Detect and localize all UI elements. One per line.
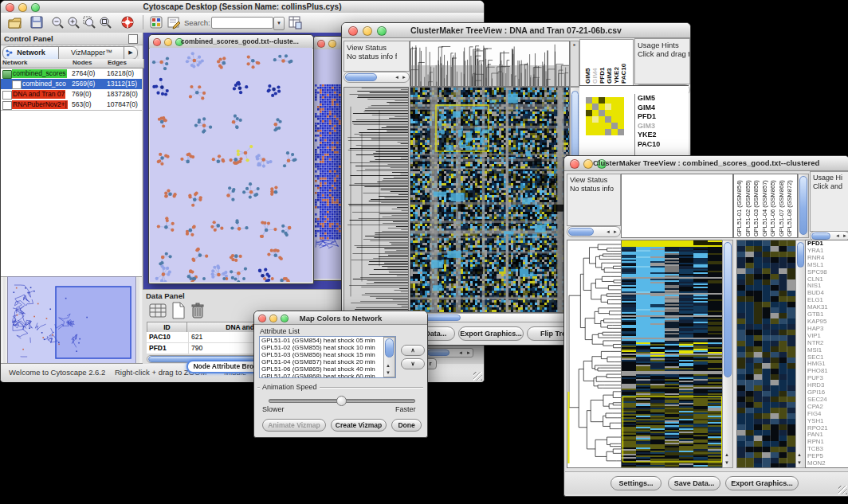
row-dendrogram-canvas[interactable] (567, 240, 622, 468)
matrix-col-label: PAC10 (621, 42, 628, 84)
resize-grip[interactable] (473, 372, 482, 381)
treeview-combined-title: ClusterMaker TreeView : combined_scores_… (593, 158, 846, 167)
array-col-label: GPL51-03 (GSM856) (753, 176, 760, 236)
view-status-panel: View Status No status info (567, 174, 621, 226)
move-down-button[interactable]: ∨ (401, 358, 425, 369)
close-button[interactable] (153, 38, 161, 46)
create-vizmap-button[interactable]: Create Vizmap (331, 419, 387, 432)
results-table-icon[interactable] (288, 15, 302, 33)
minimize-button[interactable] (164, 38, 172, 46)
matrix-row-label[interactable]: GIM5 (638, 94, 690, 104)
zoom-out-icon[interactable] (50, 15, 65, 33)
attribute-list[interactable]: GPL51-01 (GSM854) heat shock 05 minGPL51… (259, 336, 396, 378)
matrix-row-label[interactable]: GIM3 (638, 122, 690, 131)
export-graphics-button[interactable]: Export Graphics... (725, 476, 799, 490)
main-titlebar[interactable]: Cytoscape Desktop (Session Name: collins… (1, 1, 484, 14)
done-button[interactable]: Done (391, 419, 422, 432)
animation-speed-slider[interactable] (269, 399, 415, 403)
network-row[interactable]: DNA and Tran 07769(0)183728(0) (1, 89, 142, 100)
close-button[interactable] (570, 159, 579, 169)
network-canvas[interactable] (150, 48, 312, 282)
network-view-titlebar[interactable]: combined_scores_good.txt--cluste... (149, 35, 313, 49)
network-nodes: 563(0) (72, 100, 92, 109)
network-row[interactable]: combined_scores2764(0)16218(0) (1, 68, 142, 79)
dendrogram-splitter[interactable]: ▸ (570, 41, 579, 87)
heatmap-canvas[interactable] (410, 87, 570, 313)
animate-vizmap-button[interactable]: Animate Vizmap (262, 419, 326, 432)
background-network-window[interactable] (312, 36, 344, 281)
attribute-item[interactable]: GPL51-01 (GSM854) heat shock 05 min (260, 337, 395, 344)
treeview-combined-titlebar[interactable]: ClusterMaker TreeView : combined_scores_… (564, 156, 848, 171)
gene-label[interactable]: MON2 (806, 460, 848, 467)
new-attribute-icon[interactable] (171, 302, 186, 322)
export-graphics-button[interactable]: Export Graphics... (458, 326, 524, 341)
annotation-icon[interactable] (167, 15, 181, 33)
network-row[interactable]: RNAPuberNov2+|563(0)107847(0) (1, 100, 142, 110)
usage-hints-title: Usage Hints (638, 41, 679, 49)
save-icon[interactable] (29, 15, 44, 33)
desktop: Cytoscape Desktop (Session Name: collins… (0, 0, 848, 504)
matrix-row-label[interactable]: GIM4 (638, 104, 690, 113)
resize-grip[interactable] (838, 486, 847, 494)
float-panel-icon[interactable] (128, 34, 138, 44)
tab-network[interactable]: Network (2, 46, 60, 60)
network-nodes: 2764(0) (72, 69, 95, 78)
column-dendrogram-canvas[interactable] (410, 41, 570, 87)
column-header-edges[interactable]: Edges (106, 59, 144, 68)
open-folder-icon[interactable] (7, 15, 22, 33)
dialog-titlebar[interactable]: Map Colors to Network (254, 311, 427, 325)
delete-attribute-trash-icon[interactable] (190, 302, 205, 322)
minimize-button[interactable] (328, 40, 336, 48)
data-cell-value: 790 (191, 343, 202, 354)
network-overview-panel[interactable] (7, 276, 136, 364)
view-status-scrollbar[interactable]: ◄► (344, 72, 410, 83)
heatmap-vscrollbar[interactable]: ▲▼ (722, 240, 733, 468)
dialog-title: Map Colors to Network (254, 314, 427, 322)
tab-[interactable]: ▶ (124, 46, 138, 60)
column-dendrogram-panel[interactable] (621, 174, 733, 238)
gene-label-list: PFD1YRA1RNR4MSL1SPC98CLN1NIS1BUD4ELG1MAK… (805, 240, 848, 468)
row-dendrogram-canvas[interactable] (344, 87, 409, 313)
view-status-scrollbar[interactable]: ◄► (567, 226, 621, 237)
attribute-item[interactable]: GPL51-06 (GSM865) heat shock 40 min (260, 365, 395, 373)
zoom-selected-icon[interactable] (82, 15, 96, 33)
heatmap-canvas[interactable] (621, 240, 724, 468)
usage-hints-text: Click and drag tc (638, 49, 690, 58)
attribute-item[interactable]: GPL51-03 (GSM856) heat shock 15 min (260, 351, 395, 358)
settings-button[interactable]: Settings... (610, 476, 662, 490)
network-list-panel[interactable] (1, 110, 142, 277)
vizmap-grid-icon[interactable] (149, 15, 163, 33)
slider-thumb[interactable] (336, 396, 347, 406)
matrix-row-label[interactable]: YKE2 (638, 131, 690, 140)
help-lifering-icon[interactable] (120, 15, 135, 33)
save-data-button[interactable]: Save Data... (668, 476, 720, 490)
attribute-list-scrollbar[interactable]: ▲▼ (383, 337, 395, 377)
column-header-nodes[interactable]: Nodes (71, 59, 108, 68)
labels-vscrollbar[interactable] (798, 174, 809, 238)
treeview-dna-titlebar[interactable]: ClusterMaker TreeView : DNA and Tran 07-… (342, 23, 690, 38)
similarity-matrix-canvas[interactable] (586, 97, 624, 135)
table-icon[interactable] (149, 303, 167, 322)
zoom-fit-icon[interactable] (98, 15, 112, 33)
slider-slower-label: Slower (262, 405, 285, 413)
dense-network-canvas[interactable] (314, 49, 342, 279)
data-panel-hscrollbar-end[interactable]: ◄► (426, 348, 473, 357)
network-row[interactable]: combined_sco2569(6)13112(15) (1, 79, 142, 89)
data-column-id[interactable]: ID (147, 322, 187, 333)
matrix-row-label[interactable]: PAC10 (638, 140, 690, 150)
minimize-button[interactable] (583, 159, 593, 169)
tab-vizmapper[interactable]: VizMapper™ (58, 46, 125, 60)
matrix-row-label[interactable]: PFD1 (638, 112, 690, 122)
attribute-item[interactable]: GPL51-07 (GSM868) heat shock 60 min (260, 373, 395, 378)
zoom-in-icon[interactable] (66, 15, 80, 33)
close-button[interactable] (317, 40, 325, 48)
network-view-window: combined_scores_good.txt--cluste... (148, 34, 314, 284)
network-overview-thumbnail[interactable] (8, 277, 134, 361)
search-input[interactable] (211, 17, 273, 29)
column-header-network[interactable]: Network (1, 59, 73, 68)
move-up-button[interactable]: ∧ (401, 345, 425, 356)
attribute-item[interactable]: GPL51-02 (GSM855) heat shock 10 min (260, 344, 395, 351)
attribute-item[interactable]: GPL51-04 (GSM857) heat shock 20 min (260, 358, 395, 365)
global-heatmap-canvas[interactable] (736, 240, 796, 468)
search-dropdown-arrow-icon[interactable]: ▼ (273, 17, 285, 30)
